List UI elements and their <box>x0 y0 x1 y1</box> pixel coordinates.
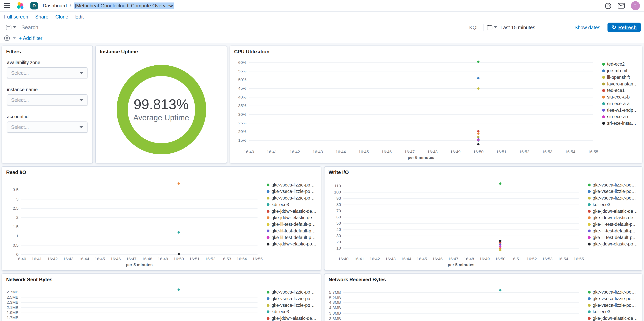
legend-item[interactable]: favero-instance <box>602 80 638 87</box>
user-avatar[interactable]: 2 <box>631 1 640 10</box>
legend-item[interactable]: kdr-ece3 <box>266 201 317 208</box>
uptime-gauge: 99.813% Average Uptime <box>96 56 227 163</box>
panel-title: Network Received Bytes <box>324 274 642 284</box>
legend-item[interactable]: gke-vseca-lizzie-pool-1-c417... <box>266 188 317 195</box>
legend-item[interactable]: kdr-ece3 <box>588 308 638 315</box>
legend-item[interactable]: gke-vseca-lizzie-pool-1-630... <box>266 302 317 308</box>
legend-item[interactable]: gke-lil-test-default-pool-c1e... <box>588 227 638 234</box>
mail-icon <box>618 3 625 9</box>
show-dates-link[interactable]: Show dates <box>574 24 600 30</box>
legend-dot <box>602 89 605 92</box>
svg-text:2.5MB: 2.5MB <box>6 295 18 300</box>
saved-query-menu-button[interactable] <box>3 24 19 30</box>
kibana-header: D Dashboard / [Metricbeat Googlecloud] C… <box>0 0 644 12</box>
legend-item[interactable]: gke-vseca-lizzie-pool-1-c417... <box>266 295 317 302</box>
legend-item[interactable]: gke-lil-test-default-pool-c1e... <box>266 227 317 234</box>
account-id-select[interactable]: Select... <box>7 122 88 132</box>
svg-text:2.1MB: 2.1MB <box>6 305 18 310</box>
legend-item[interactable]: gke-vseca-lizzie-pool-1-1877... <box>588 289 638 295</box>
legend-item[interactable]: gke-vseca-lizzie-pool-1-630... <box>588 302 638 308</box>
legend-item[interactable]: siu-ece-a-b <box>602 94 638 100</box>
calendar-menu-button[interactable] <box>487 24 497 30</box>
legend-item[interactable]: gke-lil-test-default-pool-c1e... <box>588 234 638 240</box>
legend-item[interactable]: gke-jddwr-elastic-default-po... <box>266 315 317 321</box>
full-screen-link[interactable]: Full screen <box>4 14 28 20</box>
svg-text:16:55: 16:55 <box>588 150 598 154</box>
filter-options-button[interactable] <box>4 35 10 41</box>
legend-label: kdr-ece3 <box>593 202 610 207</box>
instance-name-select[interactable]: Select... <box>7 94 88 106</box>
svg-text:20%: 20% <box>238 130 246 134</box>
legend-item[interactable]: gke-lil-test-default-pool-c1e... <box>266 221 317 228</box>
legend-item[interactable]: joe-mb-ml <box>602 67 638 74</box>
svg-text:110: 110 <box>334 184 341 188</box>
help-button[interactable] <box>605 2 612 9</box>
chevron-down-icon <box>13 26 16 28</box>
svg-text:16:49: 16:49 <box>480 256 490 261</box>
legend-item[interactable]: gke-jddwr-elastic-default-po... <box>588 315 638 321</box>
svg-text:30%: 30% <box>238 112 246 116</box>
legend-item[interactable]: gke-jddwr-elastic-pool-3-74... <box>588 240 638 247</box>
legend-item[interactable]: gke-vseca-lizzie-pool-1-1877... <box>266 182 317 188</box>
svg-text:16:44: 16:44 <box>79 256 89 261</box>
legend-item[interactable]: gke-vseca-lizzie-pool-1-630... <box>588 195 638 201</box>
svg-text:16:41: 16:41 <box>354 256 364 261</box>
legend-item[interactable]: gke-vseca-lizzie-pool-1-c417... <box>588 188 638 195</box>
svg-text:16:47: 16:47 <box>126 256 136 261</box>
notifications-button[interactable] <box>618 3 625 9</box>
legend-item[interactable]: tlee-w1-endpoint <box>602 107 638 113</box>
clone-link[interactable]: Clone <box>55 14 68 20</box>
legend-dot <box>602 96 605 98</box>
legend-item[interactable]: kdr-ece3 <box>588 201 638 208</box>
network-sent-bytes-chart[interactable]: 2.7MB2.5MB2.3MB2.1MB1.9MB1.7MB1.5MB16:40… <box>4 284 264 321</box>
cpu-utilization-legend: ted-ece2joe-mb-mllil-openshiftfavero-ins… <box>600 56 640 162</box>
space-badge[interactable]: D <box>30 2 38 10</box>
legend-item[interactable]: sri-ece-instance <box>602 120 638 126</box>
read-io-chart[interactable]: 3.532.521.510.5016:4016:4116:4216:4316:4… <box>4 176 264 268</box>
write-io-chart[interactable]: 11010090807060504030201016:4016:4116:421… <box>327 176 586 268</box>
refresh-button[interactable]: ↻ Refresh <box>608 22 641 32</box>
availability-zone-select[interactable]: Select... <box>7 67 88 78</box>
menu-toggle-button[interactable] <box>4 3 10 8</box>
legend-dot <box>588 190 591 193</box>
legend-item[interactable]: gke-jddwr-elastic-default-po... <box>266 208 317 214</box>
breadcrumb-dashboard[interactable]: Dashboard <box>43 3 67 9</box>
legend-label: gke-vseca-lizzie-pool-1-1877... <box>593 182 638 187</box>
svg-text:16:41: 16:41 <box>32 256 42 261</box>
edit-link[interactable]: Edit <box>75 14 84 20</box>
legend-item[interactable]: gke-vseca-lizzie-pool-1-630... <box>266 195 317 201</box>
legend-item[interactable]: ted-ece1 <box>602 87 638 94</box>
legend-item[interactable]: gke-vseca-lizzie-pool-1-c417... <box>588 295 638 302</box>
legend-item[interactable]: gke-jddwr-elastic-pool-3-74... <box>266 240 317 247</box>
legend-item[interactable]: gke-lil-test-default-pool-c1e... <box>588 221 638 228</box>
legend-item[interactable]: gke-jddwr-elastic-default-po... <box>588 214 638 221</box>
legend-item[interactable]: lil-openshift <box>602 74 638 80</box>
elastic-logo[interactable] <box>16 2 24 10</box>
legend-item[interactable]: gke-jddwr-elastic-default-po... <box>266 214 317 221</box>
legend-label: gke-vseca-lizzie-pool-1-630... <box>272 302 317 307</box>
legend-label: siu-ece-a-b <box>607 94 630 99</box>
legend-item[interactable]: gke-vseca-lizzie-pool-1-1877... <box>588 182 638 188</box>
panel-title: CPU Utilization <box>230 46 642 56</box>
uptime-label: Average Uptime <box>134 113 189 122</box>
time-range-button[interactable]: Last 15 minutes <box>500 24 571 30</box>
query-language-toggle[interactable]: KQL <box>465 24 483 30</box>
legend-item[interactable]: ted-ece2 <box>602 61 638 67</box>
legend-label: gke-jddwr-elastic-pool-3-74... <box>593 242 638 246</box>
legend-item[interactable]: gke-lil-test-default-pool-c1e... <box>266 234 317 240</box>
legend-label: gke-lil-test-default-pool-c1e... <box>593 228 638 233</box>
share-link[interactable]: Share <box>35 14 48 20</box>
add-filter-link[interactable]: + Add filter <box>19 35 42 41</box>
cpu-utilization-chart[interactable]: 60%55%50%45%40%35%30%25%20%15%16:4016:41… <box>232 56 600 162</box>
chevron-down-icon[interactable] <box>13 37 16 39</box>
svg-text:1.7MB: 1.7MB <box>6 316 18 320</box>
network-received-bytes-chart[interactable]: 5.7MB5.2MB4.8MB4.3MB3.8MB3.3MB16:4016:41… <box>327 284 586 321</box>
legend-item[interactable]: kdr-ece3 <box>266 308 317 315</box>
search-input[interactable] <box>19 24 465 30</box>
svg-text:16:45: 16:45 <box>417 256 427 261</box>
legend-item[interactable]: gke-jddwr-elastic-default-po... <box>588 208 638 214</box>
legend-item[interactable]: siu-ece-a-c <box>602 113 638 120</box>
panel-title: Filters <box>2 46 92 56</box>
legend-item[interactable]: siu-ece-a-a <box>602 100 638 107</box>
legend-item[interactable]: gke-vseca-lizzie-pool-1-1877... <box>266 289 317 295</box>
